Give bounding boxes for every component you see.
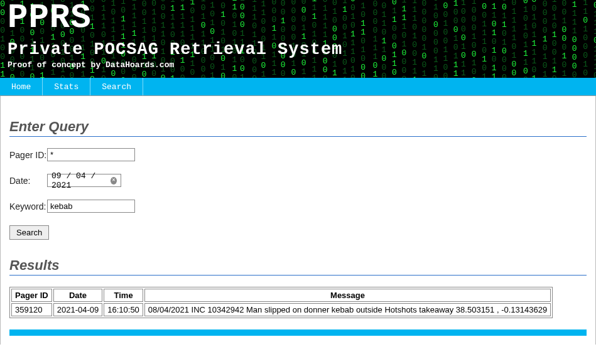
nav-bar: Home Stats Search: [0, 78, 596, 96]
cell-time: 16:10:50: [104, 303, 143, 316]
cell-date: 2021-04-09: [53, 303, 103, 316]
query-heading: Enter Query: [9, 119, 587, 137]
search-button[interactable]: Search: [9, 225, 49, 240]
col-pager-id: Pager ID: [11, 289, 52, 302]
pager-id-label: Pager ID:: [9, 150, 47, 160]
app-title: PPRS: [8, 0, 588, 35]
keyword-input[interactable]: [47, 200, 135, 213]
nav-search[interactable]: Search: [90, 78, 143, 95]
results-heading: Results: [9, 257, 587, 276]
col-message: Message: [144, 289, 551, 302]
nav-home[interactable]: Home: [0, 78, 43, 95]
results-table: Pager ID Date Time Message 359120 2021-0…: [9, 287, 553, 318]
date-label: Date:: [9, 176, 47, 186]
cell-message: 08/04/2021 INC 10342942 Man slipped on d…: [144, 303, 551, 316]
table-row: 359120 2021-04-09 16:10:50 08/04/2021 IN…: [11, 303, 551, 316]
keyword-label: Keyword:: [9, 201, 47, 211]
main-content: Enter Query Pager ID: Date: 09 / 04 / 20…: [0, 96, 596, 345]
date-value: 09 / 04 / 2021: [51, 171, 111, 190]
pager-id-input[interactable]: [47, 148, 135, 161]
col-time: Time: [104, 289, 143, 302]
col-date: Date: [53, 289, 103, 302]
clear-date-icon[interactable]: ✕: [111, 177, 117, 185]
header-banner: 0 0 0 0 1 0 0 1 1 1 1 0 0 0 0 1 1 1 1 0 …: [0, 0, 596, 78]
nav-stats[interactable]: Stats: [43, 78, 90, 95]
app-tagline: Proof of concept by DataHoards.com: [8, 60, 588, 70]
footer-bar: [9, 329, 587, 336]
date-input[interactable]: 09 / 04 / 2021 ✕: [47, 174, 121, 187]
cell-pager-id: 359120: [11, 303, 52, 316]
app-subtitle: Private POCSAG Retrieval System: [8, 40, 588, 59]
